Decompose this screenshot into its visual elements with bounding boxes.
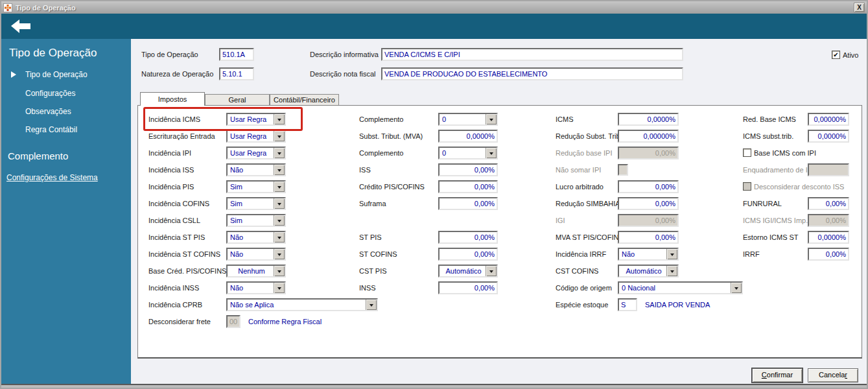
igi-field: 0,00% [618, 214, 679, 227]
credito-pis-cofins-field[interactable]: 0,00% [438, 180, 498, 193]
inss-field[interactable]: 0,00% [438, 281, 498, 294]
lucro-arbitrado-field[interactable]: 0,00% [618, 180, 679, 193]
tipo-de-operacao-field[interactable]: 510.1A [219, 48, 254, 61]
complemento-label: Complemento [359, 113, 403, 126]
base-cred-pis-cofins-label: Base Créd. PIS/COFINS [148, 265, 226, 277]
incidencia-st-cofins-select[interactable]: Não [226, 248, 286, 261]
cst-cofins-label: CST COFINS [556, 265, 598, 277]
cst-cofins-select[interactable]: Automático [618, 265, 679, 277]
st-cofins-label: ST COFINS [359, 248, 397, 261]
incidencia-st-pis-select[interactable]: Não [226, 231, 286, 244]
descricao-nota-fiscal-label: Descrição nota fiscal [310, 67, 376, 80]
dropdown-arrow-icon[interactable] [274, 182, 285, 192]
reducao-subst-trib-field[interactable]: 0,00000% [618, 130, 679, 143]
base-cred-pis-cofins-select[interactable]: Nenhum [226, 265, 286, 277]
dropdown-arrow-icon[interactable] [274, 198, 285, 209]
reducao-simbahia-field[interactable]: 0,00% [618, 197, 679, 210]
base-icms-com-ipi-checkbox[interactable] [743, 148, 751, 157]
dropdown-arrow-glyph [489, 119, 493, 123]
tab-impostos[interactable]: Impostos [140, 92, 205, 106]
cst-cofins-select-value: Automático [622, 266, 666, 276]
escrituracao-entrada-select[interactable]: Usar Regra [226, 130, 286, 143]
dropdown-arrow-icon[interactable] [274, 215, 285, 226]
mva-st-pis-cofins-field[interactable]: 0,00% [618, 231, 679, 244]
codigo-de-origem-select[interactable]: 0 Nacional [618, 281, 743, 294]
dropdown-arrow-icon[interactable] [274, 131, 285, 141]
incidencia-csll-select[interactable]: Sim [226, 214, 286, 227]
dropdown-arrow-icon[interactable] [274, 114, 285, 124]
title-bar: Tipo de Operação X [1, 1, 867, 14]
close-button[interactable]: X [854, 3, 865, 12]
descricao-informativa-field[interactable]: VENDA C/ICMS E C/IPI [381, 48, 683, 61]
dropdown-arrow-icon[interactable] [274, 148, 285, 158]
dropdown-arrow-glyph [277, 270, 281, 275]
sidebar-item-configuracoes[interactable]: Configurações [25, 89, 75, 98]
st-cofins-field[interactable]: 0,00% [438, 248, 498, 261]
funrural-field[interactable]: 0,00% [808, 197, 849, 210]
iss-field[interactable]: 0,00% [438, 163, 498, 176]
incidencia-inss-select[interactable]: Não [226, 281, 286, 294]
complemento-select[interactable]: 0 [438, 147, 498, 159]
dropdown-arrow-icon[interactable] [666, 249, 677, 259]
descricao-nota-fiscal-field[interactable]: VENDA DE PRODUCAO DO ESTABELECIMENTO [381, 67, 683, 80]
incidencia-ipi-select[interactable]: Usar Regra [226, 147, 286, 159]
dropdown-arrow-icon[interactable] [274, 232, 285, 242]
suframa-field[interactable]: 0,00% [438, 197, 498, 210]
dropdown-arrow-icon[interactable] [274, 165, 285, 175]
incidencia-inss-select-value: Não [230, 283, 273, 293]
incidencia-irrf-select[interactable]: Não [618, 248, 679, 261]
dropdown-arrow-icon[interactable] [274, 249, 285, 259]
dropdown-arrow-icon[interactable] [731, 283, 742, 293]
incidencia-cprb-select[interactable]: Não se Aplica [226, 298, 378, 311]
st-pis-field[interactable]: 0,00% [438, 231, 498, 244]
sidebar-link-configuracoes-de-sistema[interactable]: Configurações de Sistema [6, 173, 98, 182]
dropdown-arrow-glyph [369, 304, 373, 309]
natureza-de-operacao-field[interactable]: 5.10.1 [219, 67, 254, 80]
desconsiderar-frete-field: 00 [226, 315, 240, 328]
incidencia-cofins-select[interactable]: Sim [226, 197, 286, 210]
subst-tribut-mva-field[interactable]: 0,0000% [438, 130, 498, 143]
estorno-icms-st-field[interactable]: 0,0000% [808, 231, 849, 244]
sidebar-item-observacoes[interactable]: Observações [25, 107, 71, 116]
incidencia-icms-select[interactable]: Usar Regra [226, 113, 286, 126]
dropdown-arrow-glyph [277, 220, 281, 224]
desconsiderar-desconto-iss-checkbox [743, 182, 751, 191]
desconsiderar-desconto-iss-label: Desconsiderar desconto ISS [754, 180, 844, 193]
ativo-checkbox[interactable] [832, 51, 840, 59]
enquadramento-de-ipi-label: Enquadramento de IPI [743, 163, 814, 176]
red-base-icms-field[interactable]: 0,00000% [808, 113, 849, 126]
reducao-simbahia-label: Redução SIMBAHIA [556, 197, 620, 210]
back-button[interactable] [11, 19, 33, 33]
dropdown-arrow-glyph [277, 287, 281, 292]
sidebar-item-tipo-de-operacao[interactable]: Tipo de Operação [25, 70, 88, 79]
incidencia-pis-select[interactable]: Sim [226, 180, 286, 193]
especie-estoque-field[interactable]: S [618, 298, 637, 311]
tab-contabil-financeiro[interactable]: Contábil/Financeiro [270, 94, 339, 105]
icms-field[interactable]: 0,0000% [618, 113, 679, 126]
dropdown-arrow-icon[interactable] [486, 266, 497, 276]
dropdown-arrow-glyph [277, 136, 281, 140]
dropdown-arrow-icon[interactable] [486, 148, 497, 158]
dropdown-arrow-icon[interactable] [274, 266, 285, 276]
icms-subst-trib-field[interactable]: 0,0000% [808, 130, 849, 143]
cst-pis-label: CST PIS [359, 265, 387, 277]
dropdown-arrow-icon[interactable] [366, 300, 377, 310]
confirmar-button[interactable]: Confirmar [752, 368, 803, 383]
incidencia-iss-select[interactable]: Não [226, 163, 286, 176]
cst-pis-select[interactable]: Automático [438, 265, 498, 277]
dropdown-arrow-icon[interactable] [666, 266, 677, 276]
sidebar: Tipo de Operação Tipo de Operação Config… [1, 39, 131, 384]
irrf-field[interactable]: 0,00% [808, 248, 849, 261]
desconsiderar-frete-suffix-text: Conforme Regra Fiscal [248, 315, 322, 328]
dropdown-arrow-glyph [277, 253, 281, 258]
incidencia-csll-select-value: Sim [230, 215, 273, 226]
sidebar-item-regra-contabil[interactable]: Regra Contábil [25, 125, 77, 134]
complemento-select[interactable]: 0 [438, 113, 498, 126]
dropdown-arrow-icon[interactable] [274, 283, 285, 293]
ativo-label: Ativo [843, 49, 858, 62]
tab-geral[interactable]: Geral [205, 94, 270, 105]
cancelar-button[interactable]: Cancelar [808, 368, 858, 383]
header-band [1, 14, 867, 39]
natureza-de-operacao-label: Natureza de Operação [141, 67, 213, 80]
dropdown-arrow-icon[interactable] [486, 114, 497, 124]
